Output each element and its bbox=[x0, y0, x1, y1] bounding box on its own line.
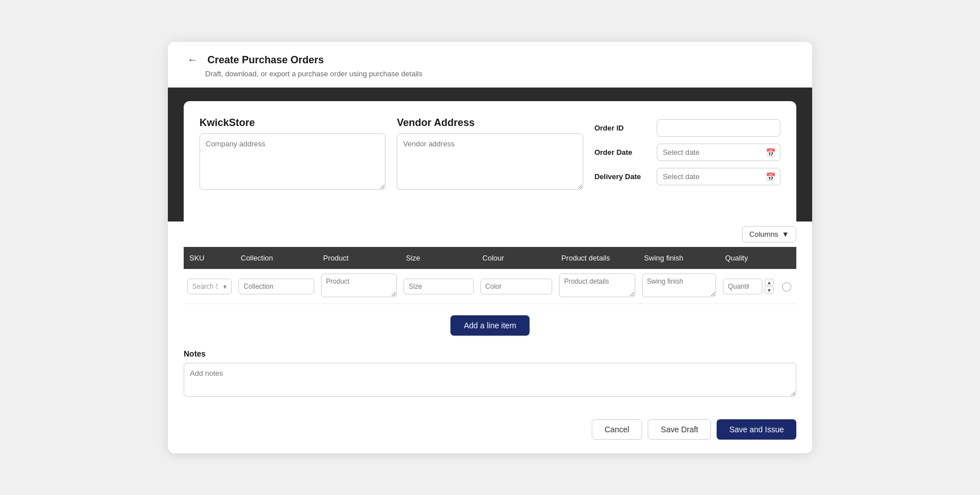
delivery-date-wrap: 📅 bbox=[657, 168, 780, 185]
company-section: KwickStore bbox=[200, 117, 385, 192]
cell-collection bbox=[235, 269, 318, 304]
cell-sku: Search SKU ▼ bbox=[184, 269, 235, 304]
col-actions bbox=[777, 247, 796, 269]
cell-quantity: ▲ ▼ bbox=[719, 269, 777, 304]
notes-label: Notes bbox=[184, 349, 796, 358]
order-date-wrap: 📅 bbox=[657, 144, 780, 161]
size-input[interactable] bbox=[404, 279, 473, 294]
order-id-input[interactable] bbox=[657, 119, 780, 137]
save-draft-button[interactable]: Save Draft bbox=[648, 419, 711, 440]
cell-product-details bbox=[556, 269, 638, 304]
inner-card: KwickStore Vendor Address Order ID Order… bbox=[184, 101, 796, 222]
delivery-date-input[interactable] bbox=[657, 168, 780, 185]
footer-row: Cancel Save Draft Save and Issue bbox=[168, 410, 812, 453]
order-date-row: Order Date 📅 bbox=[595, 144, 780, 161]
form-top: KwickStore Vendor Address Order ID Order… bbox=[200, 117, 780, 192]
col-product-details: Product details bbox=[556, 247, 638, 269]
swing-finish-input[interactable] bbox=[642, 273, 716, 297]
col-quality: Quality bbox=[719, 247, 777, 269]
back-button[interactable]: ← bbox=[184, 53, 201, 67]
main-card: ← Create Purchase Orders Draft, download… bbox=[168, 42, 812, 453]
company-address-input[interactable] bbox=[200, 133, 385, 190]
chevron-down-icon: ▼ bbox=[782, 230, 789, 238]
order-date-input[interactable] bbox=[657, 144, 780, 161]
save-issue-button[interactable]: Save and Issue bbox=[717, 419, 796, 440]
col-swing-finish: Swing finish bbox=[639, 247, 719, 269]
notes-section: Notes bbox=[168, 340, 812, 410]
vendor-address-input[interactable] bbox=[397, 133, 583, 190]
col-colour: Colour bbox=[477, 247, 556, 269]
dark-section: KwickStore Vendor Address Order ID Order… bbox=[168, 88, 812, 222]
order-id-row: Order ID bbox=[595, 119, 780, 137]
table-row: Search SKU ▼ bbox=[184, 269, 796, 304]
line-items-table: SKU Collection Product Size Colour Produ… bbox=[184, 247, 796, 304]
add-line-row: Add a line item bbox=[184, 304, 796, 340]
table-header-row: SKU Collection Product Size Colour Produ… bbox=[184, 247, 796, 269]
col-sku: SKU bbox=[184, 247, 235, 269]
columns-button[interactable]: Columns ▼ bbox=[742, 226, 796, 242]
col-product: Product bbox=[318, 247, 400, 269]
order-details-section: Order ID Order Date 📅 Delivery Date bbox=[595, 117, 780, 192]
sku-select-wrap: Search SKU ▼ bbox=[187, 279, 232, 294]
cell-colour bbox=[477, 269, 556, 304]
table-section: Columns ▼ SKU Collection Product Size Co… bbox=[168, 222, 812, 340]
quantity-input[interactable] bbox=[723, 279, 762, 294]
page-header: ← Create Purchase Orders Draft, download… bbox=[168, 42, 812, 88]
quantity-wrap: ▲ ▼ bbox=[723, 279, 774, 294]
page-subtitle: Draft, download, or export a purchase or… bbox=[205, 70, 796, 78]
delivery-date-row: Delivery Date 📅 bbox=[595, 168, 780, 185]
page-title: Create Purchase Orders bbox=[207, 54, 324, 66]
vendor-title: Vendor Address bbox=[397, 117, 583, 129]
add-line-item-button[interactable]: Add a line item bbox=[450, 315, 530, 336]
cell-delete: ◯ bbox=[777, 269, 796, 304]
colour-input[interactable] bbox=[480, 279, 553, 294]
order-date-label: Order Date bbox=[595, 148, 651, 157]
product-details-input[interactable] bbox=[559, 273, 635, 297]
vendor-section: Vendor Address bbox=[397, 117, 583, 192]
cell-product bbox=[318, 269, 400, 304]
quantity-increment-btn[interactable]: ▲ bbox=[765, 279, 774, 286]
delivery-date-label: Delivery Date bbox=[595, 172, 651, 181]
cancel-button[interactable]: Cancel bbox=[592, 419, 643, 440]
quantity-decrement-btn[interactable]: ▼ bbox=[765, 286, 774, 294]
company-name: KwickStore bbox=[200, 117, 385, 129]
cell-size bbox=[400, 269, 476, 304]
columns-label: Columns bbox=[749, 230, 778, 238]
col-size: Size bbox=[400, 247, 476, 269]
collection-input[interactable] bbox=[239, 279, 314, 294]
delete-row-button[interactable]: ◯ bbox=[780, 280, 793, 293]
quantity-spinners: ▲ ▼ bbox=[765, 279, 774, 294]
columns-btn-row: Columns ▼ bbox=[184, 222, 796, 247]
sku-select[interactable]: Search SKU bbox=[187, 279, 232, 294]
order-id-label: Order ID bbox=[595, 124, 651, 132]
notes-input[interactable] bbox=[184, 363, 796, 397]
product-input[interactable] bbox=[321, 273, 397, 297]
col-collection: Collection bbox=[235, 247, 318, 269]
cell-swing-finish bbox=[639, 269, 719, 304]
